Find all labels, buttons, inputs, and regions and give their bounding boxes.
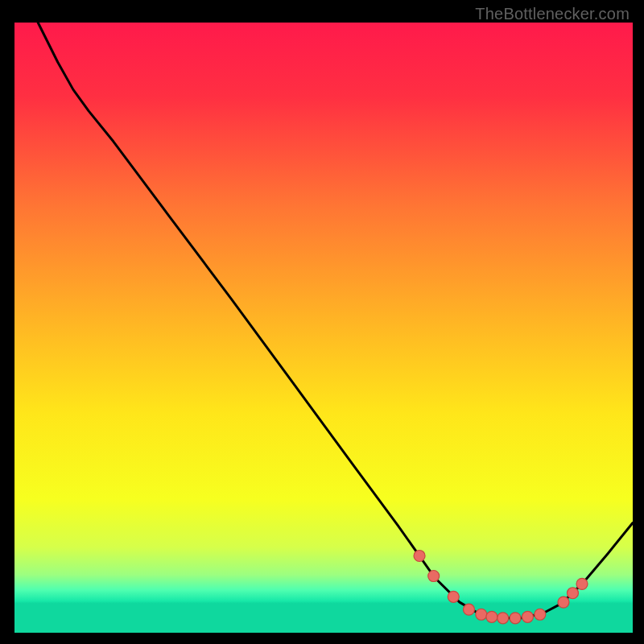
data-marker xyxy=(476,609,487,620)
data-marker xyxy=(428,571,440,582)
data-marker xyxy=(463,604,474,615)
plot-background xyxy=(14,23,633,633)
data-marker xyxy=(448,591,459,602)
data-marker xyxy=(558,597,569,608)
data-marker xyxy=(568,588,579,599)
data-marker xyxy=(510,613,521,624)
data-marker xyxy=(576,578,588,589)
data-marker xyxy=(486,611,497,622)
data-marker xyxy=(497,613,509,624)
bottleneck-curve-chart xyxy=(0,0,644,644)
chart-frame: TheBottlenecker.com xyxy=(0,0,644,644)
data-marker xyxy=(535,609,546,620)
data-marker xyxy=(414,550,425,561)
watermark-text: TheBottlenecker.com xyxy=(475,5,630,23)
data-marker xyxy=(522,611,533,622)
